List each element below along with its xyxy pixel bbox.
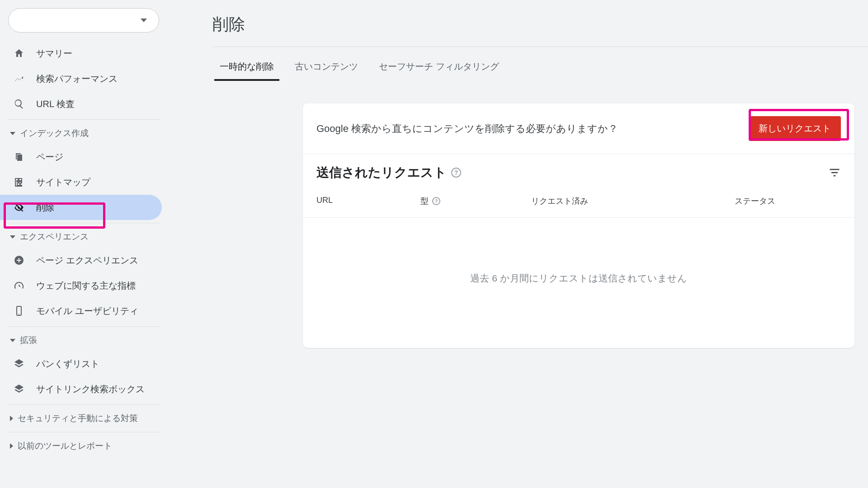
chevron-down-icon: [141, 19, 147, 22]
sidebar-item-core-vitals[interactable]: ウェブに関する主な指標: [0, 273, 162, 298]
col-url: URL: [316, 196, 420, 206]
sidebar-section-label: エクスペリエンス: [20, 231, 89, 243]
sidebar-item-label: サイトリンク検索ボックス: [36, 383, 145, 395]
sidebar-item-sitemaps[interactable]: サイトマップ: [0, 169, 162, 195]
col-status: ステータス: [735, 196, 841, 206]
tree-icon: [13, 177, 25, 188]
sidebar-section-indexing[interactable]: インデックス作成: [0, 122, 167, 144]
divider: [7, 432, 160, 432]
sidebar-item-label: サマリー: [36, 47, 72, 60]
sidebar-item-breadcrumbs[interactable]: パンくずリスト: [0, 351, 162, 376]
table-header-row: URL 型 ? リクエスト済み ステータス: [303, 186, 854, 218]
caret-right-icon: [10, 416, 13, 421]
layers-icon: [13, 384, 25, 394]
sidebar-item-label: パンくずリスト: [36, 358, 99, 370]
copy-icon: [13, 151, 25, 162]
gauge-icon: [13, 280, 25, 291]
requests-heading: 送信されたリクエスト ?: [316, 164, 461, 181]
page-title: 削除: [212, 0, 868, 47]
plus-circle-icon: [13, 255, 25, 266]
sidebar-item-label: 削除: [36, 202, 54, 214]
visibility-off-icon: [13, 202, 25, 213]
caret-down-icon: [10, 235, 15, 239]
caret-down-icon: [10, 339, 15, 342]
sidebar-item-label: ページ: [36, 151, 63, 163]
trend-icon: [13, 73, 25, 84]
caret-right-icon: [10, 443, 13, 449]
tab-safesearch-filtering[interactable]: セーフサーチ フィルタリング: [379, 61, 499, 81]
sidebar-item-page-experience[interactable]: ページ エクスペリエンス: [0, 248, 162, 273]
sidebar-section-label: 拡張: [20, 334, 37, 346]
new-request-button[interactable]: 新しいリクエスト: [749, 116, 841, 141]
panel-area: Google 検索から直ちにコンテンツを削除する必要がありますか？ 新しいリクエ…: [212, 81, 868, 348]
sidebar-item-mobile-usability[interactable]: モバイル ユーザビリティ: [0, 298, 162, 324]
divider: [7, 223, 160, 223]
sidebar-section-label: インデックス作成: [20, 127, 89, 139]
sidebar-item-removals[interactable]: 削除: [0, 195, 162, 220]
tabs: 一時的な削除 古いコンテンツ セーフサーチ フィルタリング: [212, 47, 868, 81]
col-requested: リクエスト済み: [531, 196, 735, 206]
prompt-text: Google 検索から直ちにコンテンツを削除する必要がありますか？: [316, 122, 618, 136]
sidebar-item-label: ページ エクスペリエンス: [36, 254, 138, 267]
sidebar-item-label: サイトマップ: [36, 176, 90, 188]
requests-heading-text: 送信されたリクエスト: [316, 164, 447, 181]
col-type-label: 型: [420, 196, 429, 206]
sidebar-item-sitelinks-search[interactable]: サイトリンク検索ボックス: [0, 376, 162, 402]
requests-header: 送信されたリクエスト ?: [303, 154, 854, 186]
home-icon: [13, 48, 25, 59]
sidebar-item-label: 検索パフォーマンス: [36, 73, 118, 85]
empty-state: 過去 6 か月間にリクエストは送信されていません: [303, 218, 854, 348]
divider: [7, 119, 160, 120]
filter-icon[interactable]: [828, 166, 841, 179]
svg-point-2: [19, 314, 19, 314]
property-selector[interactable]: [8, 8, 159, 33]
help-icon[interactable]: ?: [451, 168, 461, 178]
sidebar-section-label: セキュリティと手動による対策: [18, 413, 138, 424]
card-removals: Google 検索から直ちにコンテンツを削除する必要がありますか？ 新しいリクエ…: [303, 103, 854, 348]
mobile-icon: [13, 305, 25, 316]
tab-outdated-content[interactable]: 古いコンテンツ: [295, 61, 358, 81]
sidebar-item-pages[interactable]: ページ: [0, 144, 162, 169]
sidebar-section-legacy[interactable]: 以前のツールとレポート: [0, 435, 167, 457]
sidebar-item-label: URL 検査: [36, 98, 75, 110]
col-type: 型 ?: [420, 196, 531, 206]
sidebar-section-security[interactable]: セキュリティと手動による対策: [0, 408, 167, 429]
tab-temporary-removal[interactable]: 一時的な削除: [220, 61, 274, 81]
divider: [7, 404, 160, 405]
sidebar-item-summary[interactable]: サマリー: [0, 41, 162, 66]
sidebar-item-label: ウェブに関する主な指標: [36, 280, 136, 292]
main-content: 削除 一時的な削除 古いコンテンツ セーフサーチ フィルタリング Google …: [167, 0, 868, 488]
sidebar-item-label: モバイル ユーザビリティ: [36, 305, 138, 317]
caret-down-icon: [10, 132, 15, 135]
sidebar-section-label: 以前のツールとレポート: [18, 440, 112, 452]
sidebar: サマリー 検索パフォーマンス URL 検査 インデックス作成 ページ サイトマッ…: [0, 0, 167, 488]
layers-icon: [13, 358, 25, 369]
divider: [7, 326, 160, 327]
sidebar-section-experience[interactable]: エクスペリエンス: [0, 226, 167, 248]
search-icon: [13, 99, 25, 109]
sidebar-item-performance[interactable]: 検索パフォーマンス: [0, 66, 162, 91]
prompt-row: Google 検索から直ちにコンテンツを削除する必要がありますか？ 新しいリクエ…: [303, 103, 854, 154]
sidebar-section-extensions[interactable]: 拡張: [0, 329, 167, 351]
help-icon[interactable]: ?: [432, 197, 440, 205]
sidebar-item-url-inspect[interactable]: URL 検査: [0, 91, 162, 117]
